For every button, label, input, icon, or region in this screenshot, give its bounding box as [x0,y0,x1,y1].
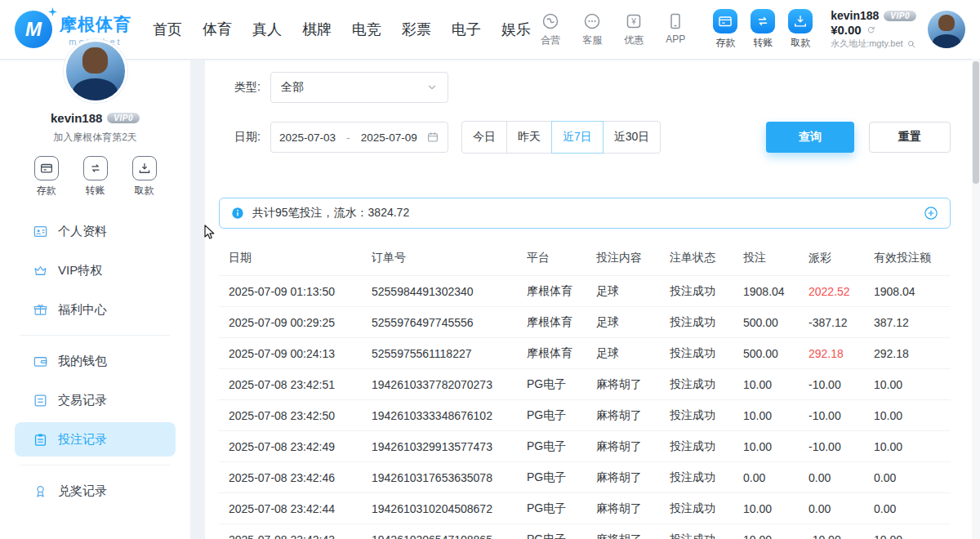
header-action-promotions[interactable]: ¥优惠 [617,11,650,47]
refresh-balance-icon[interactable] [866,24,876,35]
sidebar-item-label: VIP特权 [58,263,102,278]
nav-item-slots[interactable]: 电子 [452,20,481,39]
sidebar-item-bet-records[interactable]: 投注记录 [15,422,176,457]
username: kevin188 [831,9,879,22]
date-separator: - [345,131,352,144]
query-button[interactable]: 查询 [766,122,854,153]
summary-bar: 共计95笔投注，流水：3824.72 [219,198,951,229]
cell-content: 麻将胡了 [596,532,670,539]
search-icon[interactable] [906,39,916,49]
sidebar-item-label: 兑奖记录 [58,483,107,499]
nav-item-home[interactable]: 首页 [153,20,182,39]
sidebar-menu: 个人资料VIP特权福利中心我的钱包交易记录投注记录兑奖记录 [0,214,190,508]
cell-content: 麻将胡了 [596,439,670,454]
cell-valid-bet: 10.00 [874,440,941,453]
sidebar-item-prize-records[interactable]: 兑奖记录 [15,474,176,508]
table-row: 2025-07-08 23:42:501942610333348676102PG… [219,400,951,431]
transfer-tile [751,9,775,33]
table-row: 2025-07-09 00:24:135255975561118227摩根体育足… [219,338,951,369]
cell-order-no: 5255976497745556 [372,316,527,329]
table-row: 2025-07-08 23:42:441942610310204508672PG… [219,493,951,524]
column-header: 日期 [229,251,372,265]
cell-order-no: 5255984491302340 [372,285,527,298]
range-button-yesterday[interactable]: 昨天 [506,121,552,154]
header-quick-actions: 合营客服¥优惠APP [534,11,692,47]
date-filter-label: 日期: [234,130,261,145]
sidebar-item-profile[interactable]: 个人资料 [15,214,176,248]
cell-status: 投注成功 [670,501,743,516]
range-button-last-30-days[interactable]: 近30日 [603,121,662,154]
cell-platform: 摩根体育 [527,346,596,361]
header-action-partnership[interactable]: 合营 [534,11,567,47]
deposit-label: 存款 [715,36,735,50]
logo-icon: M [15,11,52,48]
header-action-app[interactable]: APP [659,11,692,47]
cell-content: 麻将胡了 [596,408,670,423]
sidebar-item-vip[interactable]: VIP特权 [15,253,176,287]
partnership-label: 合营 [541,33,560,47]
column-header: 有效投注额 [874,251,941,265]
transfer-icon [755,13,771,29]
cell-bet: 0.00 [743,471,808,484]
nav-item-sports[interactable]: 体育 [203,20,232,39]
welfare-icon [33,302,48,318]
header-action-transfer[interactable]: 转账 [751,9,775,50]
sidebar-item-wallet[interactable]: 我的钱包 [15,344,176,378]
service-icon [582,11,602,31]
profile-avatar[interactable] [64,39,127,103]
sidebar-item-label: 我的钱包 [58,354,107,369]
cell-platform: 摩根体育 [527,284,596,299]
header-action-withdraw[interactable]: 取款 [788,9,813,50]
records-table: 日期订单号平台投注内容注单状态投注派彩有效投注额 2025-07-09 01:1… [219,240,951,539]
nav-item-esports[interactable]: 电竞 [352,20,381,39]
header-action-support[interactable]: 客服 [576,11,608,47]
user-avatar[interactable] [928,11,965,48]
cell-order-no: 1942610337782070273 [372,378,527,391]
reset-button[interactable]: 重置 [869,122,951,153]
nav-item-card-games[interactable]: 棋牌 [302,20,332,39]
scrollbar [972,59,980,539]
logo[interactable]: M 摩根体育 mgty.bet [15,11,131,48]
sidebar-action-transfer[interactable]: 转账 [83,156,108,198]
nav-item-entertainment[interactable]: 娱乐 [501,20,531,39]
nav-item-live-casino[interactable]: 真人 [252,20,282,39]
sidebar-item-welfare[interactable]: 福利中心 [15,292,176,327]
header-action-deposit[interactable]: 存款 [713,9,737,50]
sidebar-action-withdraw[interactable]: 取款 [132,156,157,198]
table-row: 2025-07-09 00:29:255255976497745556摩根体育足… [219,307,951,338]
range-button-today[interactable]: 今日 [461,121,507,154]
table-row: 2025-07-08 23:42:431942610306547108865PG… [219,524,951,539]
transfer-label: 转账 [86,184,105,198]
column-header: 投注 [743,251,808,265]
cell-valid-bet: 0.00 [874,471,941,484]
sidebar-item-label: 交易记录 [58,393,107,408]
sidebar-wallet-actions: 存款转账取款 [0,156,190,198]
deposit-tile [713,9,737,33]
cell-bet: 10.00 [743,533,808,539]
transfer-icon [88,161,103,176]
column-header: 派彩 [808,251,874,265]
promotions-label: 优惠 [624,33,644,47]
deposit-icon [717,13,733,29]
sidebar-action-deposit[interactable]: 存款 [34,156,59,198]
scrollbar-thumb[interactable] [973,61,979,184]
column-header: 平台 [527,251,596,265]
user-summary: kevin188 VIP0 ¥0.00 永久地址:mgty.bet [831,9,916,50]
cell-order-no: 5255975561118227 [372,347,527,360]
transactions-icon [33,393,48,408]
sidebar-item-transactions[interactable]: 交易记录 [15,383,176,417]
table-header-row: 日期订单号平台投注内容注单状态投注派彩有效投注额 [219,240,951,276]
type-select[interactable]: 全部 [270,72,448,103]
cell-order-no: 1942610329913577473 [372,440,527,453]
cell-date: 2025-07-08 23:42:43 [229,533,372,539]
nav-item-lottery[interactable]: 彩票 [402,20,431,39]
cell-date: 2025-07-09 00:29:25 [229,316,372,329]
cell-content: 足球 [596,284,670,299]
date-range-input[interactable]: 2025-07-03 - 2025-07-09 [270,122,448,153]
vip-icon [33,263,48,278]
withdraw-tile [132,156,157,180]
column-header: 订单号 [372,251,527,265]
summary-text: 共计95笔投注，流水：3824.72 [252,206,409,220]
expand-icon[interactable] [924,206,938,220]
range-button-last-7-days[interactable]: 近7日 [551,121,604,154]
